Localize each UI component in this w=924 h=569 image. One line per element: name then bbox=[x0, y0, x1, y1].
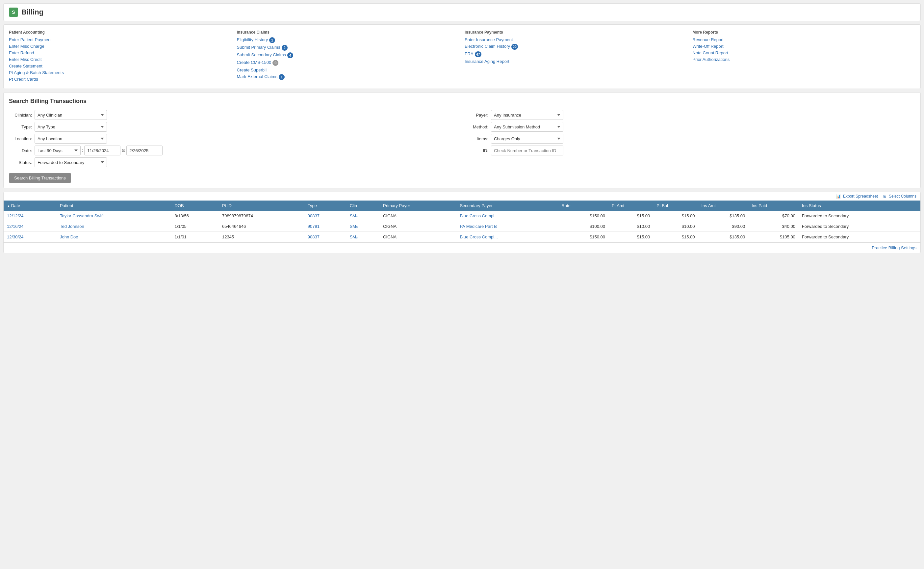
col-dob[interactable]: DOB bbox=[171, 201, 219, 211]
cell-ins-status: Forwarded to Secondary bbox=[799, 211, 920, 221]
nav-link[interactable]: Create CMS-15000 bbox=[237, 60, 460, 66]
cell-secondary-payer[interactable]: Blue Cross Compl... bbox=[457, 232, 558, 242]
nav-section: Patient AccountingEnter Patient PaymentE… bbox=[9, 30, 232, 83]
spreadsheet-icon bbox=[836, 194, 842, 199]
nav-link[interactable]: Mark External Claims1 bbox=[237, 74, 460, 80]
col-pt-id[interactable]: Pt ID bbox=[219, 201, 304, 211]
cell-patient[interactable]: Ted Johnson bbox=[56, 221, 171, 232]
cell-secondary-payer[interactable]: Blue Cross Compl... bbox=[457, 211, 558, 221]
cell-clin[interactable]: SM₃ bbox=[346, 232, 380, 242]
select-columns-button[interactable]: Select Columns bbox=[883, 194, 916, 199]
cell-dob: 1/1/01 bbox=[171, 232, 219, 242]
search-button[interactable]: Search Billing Transactions bbox=[9, 173, 71, 183]
nav-section: More ReportsRevenue ReportWrite-Off Repo… bbox=[693, 30, 915, 83]
col-type[interactable]: Type bbox=[304, 201, 346, 211]
id-input[interactable] bbox=[491, 146, 563, 155]
cell-primary-payer: CIGNA bbox=[380, 232, 457, 242]
nav-badge: 2 bbox=[282, 45, 288, 51]
nav-link[interactable]: Electronic Claim History22 bbox=[465, 44, 687, 50]
cell-type[interactable]: 90837 bbox=[304, 211, 346, 221]
cell-ins-paid: $70.00 bbox=[748, 211, 799, 221]
cell-ins-paid: $105.00 bbox=[748, 232, 799, 242]
col-secondary-payer[interactable]: Secondary Payer bbox=[457, 201, 558, 211]
items-select[interactable]: Charges Only bbox=[491, 134, 563, 144]
nav-link[interactable]: Pt Aging & Batch Statements bbox=[9, 70, 232, 75]
nav-link[interactable]: Submit Secondary Claims4 bbox=[237, 52, 460, 58]
nav-link[interactable]: Submit Primary Claims2 bbox=[237, 45, 460, 51]
nav-link[interactable]: Create Superbill bbox=[237, 67, 460, 72]
nav-link[interactable]: Enter Misc Credit bbox=[9, 57, 232, 62]
columns-icon bbox=[883, 194, 888, 199]
col-rate[interactable]: Rate bbox=[558, 201, 608, 211]
cell-secondary-payer[interactable]: PA Medicare Part B bbox=[457, 221, 558, 232]
cell-patient[interactable]: Taylor Cassandra Swift bbox=[56, 211, 171, 221]
nav-link[interactable]: Enter Patient Payment bbox=[9, 37, 232, 42]
cell-rate: $150.00 bbox=[558, 232, 608, 242]
nav-link[interactable]: Enter Refund bbox=[9, 50, 232, 55]
date-from-input[interactable] bbox=[84, 146, 120, 155]
id-label: ID: bbox=[469, 148, 488, 153]
cell-type[interactable]: 90791 bbox=[304, 221, 346, 232]
date-range-select[interactable]: Last 90 Days bbox=[35, 146, 80, 155]
nav-link[interactable]: ERA47 bbox=[465, 51, 687, 57]
clinician-select[interactable]: Any Clinician bbox=[35, 110, 107, 120]
cell-clin[interactable]: SM₃ bbox=[346, 211, 380, 221]
table-row: 12/30/24John Doe1/1/011234590837SM₃CIGNA… bbox=[4, 232, 920, 242]
nav-link[interactable]: Write-Off Report bbox=[693, 44, 915, 49]
location-select[interactable]: Any Location bbox=[35, 134, 107, 144]
nav-link[interactable]: Create Statement bbox=[9, 64, 232, 68]
location-label: Location: bbox=[9, 136, 32, 141]
cell-patient[interactable]: John Doe bbox=[56, 232, 171, 242]
status-label: Status: bbox=[9, 160, 32, 165]
nav-link[interactable]: Prior Authorizations bbox=[693, 57, 915, 62]
nav-link[interactable]: Revenue Report bbox=[693, 37, 915, 42]
nav-badge: 22 bbox=[511, 44, 518, 50]
method-select[interactable]: Any Submission Method bbox=[491, 122, 563, 132]
nav-link[interactable]: Enter Insurance Payment bbox=[465, 37, 687, 42]
cell-dob: 8/13/56 bbox=[171, 211, 219, 221]
page-title: Billing bbox=[21, 8, 44, 17]
col-ins-amt[interactable]: Ins Amt bbox=[698, 201, 748, 211]
nav-link[interactable]: Eligibility History1 bbox=[237, 37, 460, 43]
col-ins-paid[interactable]: Ins Paid bbox=[748, 201, 799, 211]
cell-date[interactable]: 12/30/24 bbox=[4, 232, 56, 242]
nav-panel: Patient AccountingEnter Patient PaymentE… bbox=[3, 24, 921, 89]
date-to-label: to bbox=[122, 148, 125, 153]
col-date[interactable]: Date bbox=[4, 201, 56, 211]
cell-date[interactable]: 12/16/24 bbox=[4, 221, 56, 232]
payer-label: Payer: bbox=[469, 113, 488, 117]
cell-ins-status: Forwarded to Secondary bbox=[799, 232, 920, 242]
col-ins-status[interactable]: Ins Status bbox=[799, 201, 920, 211]
cell-pt-id: 7989879879874 bbox=[219, 211, 304, 221]
col-pt-amt[interactable]: Pt Amt bbox=[608, 201, 653, 211]
nav-link[interactable]: Pt Credit Cards bbox=[9, 77, 232, 82]
nav-section: Insurance PaymentsEnter Insurance Paymen… bbox=[465, 30, 687, 83]
nav-section-title: Patient Accounting bbox=[9, 30, 232, 35]
type-select[interactable]: Any Type bbox=[35, 122, 107, 132]
cell-date[interactable]: 12/12/24 bbox=[4, 211, 56, 221]
cell-ins-amt: $90.00 bbox=[698, 221, 748, 232]
export-spreadsheet-button[interactable]: Export Spreadsheet bbox=[836, 194, 878, 199]
nav-link[interactable]: Insurance Aging Report bbox=[465, 59, 687, 64]
nav-badge: 1 bbox=[279, 74, 285, 80]
status-select[interactable]: Forwarded to Secondary bbox=[35, 157, 107, 167]
col-patient[interactable]: Patient bbox=[56, 201, 171, 211]
practice-billing-settings-link[interactable]: Practice Billing Settings bbox=[872, 245, 916, 250]
table-row: 12/12/24Taylor Cassandra Swift8/13/56798… bbox=[4, 211, 920, 221]
nav-badge: 47 bbox=[475, 51, 481, 57]
cell-clin[interactable]: SM₃ bbox=[346, 221, 380, 232]
search-title: Search Billing Transactions bbox=[9, 98, 915, 105]
method-label: Method: bbox=[469, 125, 488, 129]
nav-link[interactable]: Note Count Report bbox=[693, 50, 915, 55]
col-clin[interactable]: Clin bbox=[346, 201, 380, 211]
cell-rate: $100.00 bbox=[558, 221, 608, 232]
cell-primary-payer: CIGNA bbox=[380, 221, 457, 232]
payer-select[interactable]: Any Insurance bbox=[491, 110, 563, 120]
col-pt-bal[interactable]: Pt Bal bbox=[653, 201, 698, 211]
date-colon: : bbox=[82, 148, 83, 153]
nav-link[interactable]: Enter Misc Charge bbox=[9, 44, 232, 49]
cell-type[interactable]: 90837 bbox=[304, 232, 346, 242]
col-primary-payer[interactable]: Primary Payer bbox=[380, 201, 457, 211]
date-to-input[interactable] bbox=[126, 146, 162, 155]
items-label: Items: bbox=[469, 136, 488, 141]
